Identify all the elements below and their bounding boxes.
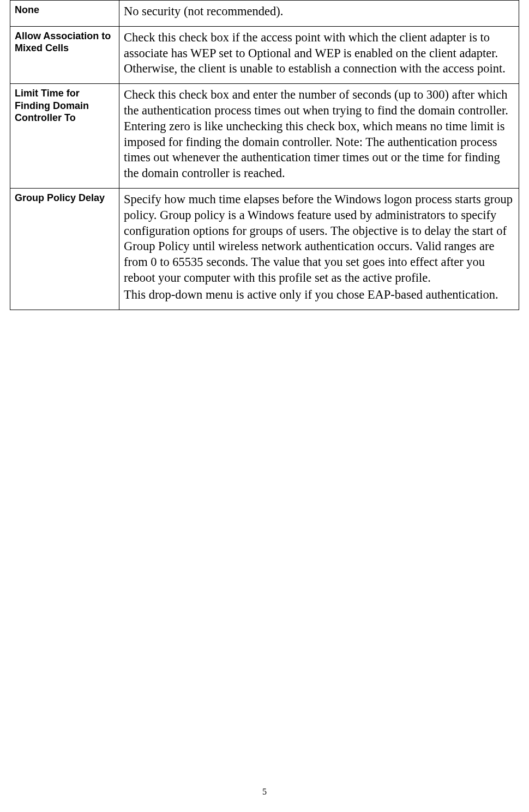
row-description: Check this check box if the access point… (119, 26, 519, 83)
row-label: Group Policy Delay (10, 188, 119, 310)
row-description: Specify how much time elapses before the… (119, 188, 519, 310)
row-description: Check this check box and enter the numbe… (119, 84, 519, 189)
table-row: Group Policy Delay Specify how much time… (10, 188, 519, 310)
description-paragraph: Check this check box and enter the numbe… (124, 87, 514, 181)
description-paragraph: Check this check box if the access point… (124, 30, 514, 77)
table-row: Allow Association to Mixed Cells Check t… (10, 26, 519, 83)
settings-table-body: None No security (not recommended). Allo… (10, 1, 519, 310)
table-row: Limit Time for Finding Domain Controller… (10, 84, 519, 189)
settings-table: None No security (not recommended). Allo… (10, 0, 519, 310)
description-paragraph: No security (not recommended). (124, 4, 514, 20)
row-label: Limit Time for Finding Domain Controller… (10, 84, 119, 189)
table-row: None No security (not recommended). (10, 1, 519, 27)
page-number: 5 (0, 787, 529, 797)
description-paragraph: This drop-down menu is active only if yo… (124, 287, 514, 303)
row-label: Allow Association to Mixed Cells (10, 26, 119, 83)
description-paragraph: Specify how much time elapses before the… (124, 192, 514, 286)
row-label: None (10, 1, 119, 27)
row-description: No security (not recommended). (119, 1, 519, 27)
